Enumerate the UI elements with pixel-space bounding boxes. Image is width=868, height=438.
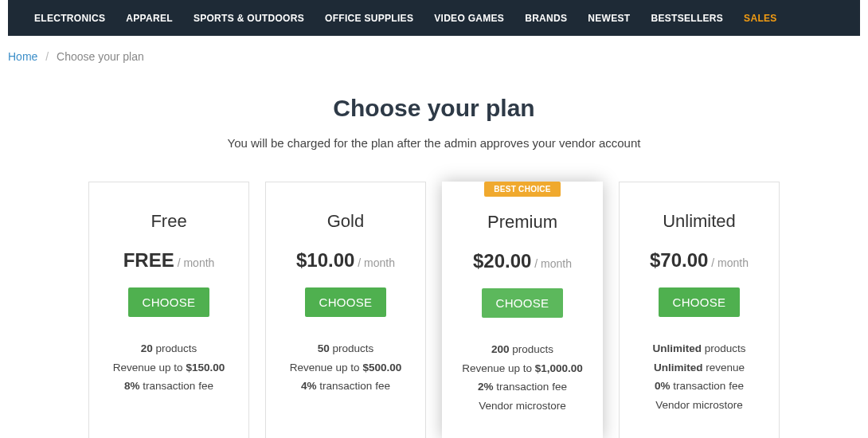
plan-features: 200 productsRevenue up to $1,000.002% tr…	[454, 340, 591, 416]
plan-period: / month	[358, 256, 395, 269]
feature-text: Revenue up to	[290, 362, 363, 373]
nav-item-sales[interactable]: SALES	[733, 13, 788, 24]
feature-text: products	[153, 342, 197, 354]
plan-feature-line: Vendor microstore	[454, 397, 591, 416]
plan-feature-line: Unlimited products	[631, 339, 767, 358]
choose-button[interactable]: CHOOSE	[128, 287, 210, 317]
plan-features: 20 productsRevenue up to $150.008% trans…	[101, 339, 237, 396]
feature-text: transaction fee	[317, 380, 390, 392]
plan-price-row: $70.00/ month	[631, 249, 767, 272]
plan-feature-line: 2% transaction fee	[454, 377, 591, 397]
feature-value: 4%	[301, 380, 317, 392]
breadcrumb-current: Choose your plan	[57, 50, 144, 63]
nav-item-office-supplies[interactable]: OFFICE SUPPLIES	[315, 13, 424, 24]
plans-container: FreeFREE/ monthCHOOSE20 productsRevenue …	[0, 182, 868, 438]
feature-text: Revenue up to	[113, 362, 186, 373]
feature-text: products	[330, 342, 374, 354]
feature-value: $500.00	[362, 362, 401, 373]
feature-text: products	[510, 343, 554, 355]
plan-price: $70.00	[650, 249, 708, 271]
plan-card-unlimited: Unlimited$70.00/ monthCHOOSEUnlimited pr…	[619, 182, 780, 438]
plan-feature-line: 4% transaction fee	[278, 377, 413, 396]
breadcrumb-separator: /	[45, 50, 49, 63]
nav-item-sports-outdoors[interactable]: SPORTS & OUTDOORS	[183, 13, 315, 24]
plan-feature-line: Revenue up to $150.00	[101, 358, 237, 377]
plan-name: Free	[101, 211, 237, 232]
plan-card-free: FreeFREE/ monthCHOOSE20 productsRevenue …	[88, 182, 249, 438]
nav-item-electronics[interactable]: ELECTRONICS	[24, 13, 115, 24]
plan-feature-line: 8% transaction fee	[101, 377, 237, 396]
feature-value: 20	[141, 342, 153, 354]
choose-button[interactable]: CHOOSE	[305, 287, 387, 317]
plan-card-gold: Gold$10.00/ monthCHOOSE50 productsRevenu…	[265, 182, 426, 438]
feature-value: Unlimited	[652, 342, 702, 354]
page-title: Choose your plan	[0, 95, 868, 122]
feature-value: 8%	[124, 380, 140, 392]
feature-value: 2%	[478, 381, 494, 393]
nav-item-video-games[interactable]: VIDEO GAMES	[424, 13, 514, 24]
feature-text: transaction fee	[671, 380, 744, 392]
plan-period: / month	[711, 256, 749, 269]
feature-text: transaction fee	[140, 380, 213, 392]
plan-feature-line: Unlimited revenue	[631, 358, 767, 377]
plan-card-premium: BEST CHOICEPremium$20.00/ monthCHOOSE200…	[442, 182, 603, 438]
plan-price: FREE	[123, 249, 174, 271]
plan-feature-line: 50 products	[278, 339, 413, 358]
plan-price: $10.00	[296, 249, 354, 271]
feature-value: 200	[491, 343, 510, 355]
plan-price-row: $20.00/ month	[454, 250, 591, 272]
feature-text: Revenue up to	[462, 362, 535, 374]
plan-period: / month	[178, 256, 215, 269]
breadcrumb-home[interactable]: Home	[8, 50, 37, 63]
plan-name: Gold	[278, 211, 413, 232]
nav-item-newest[interactable]: NEWEST	[577, 13, 640, 24]
best-choice-badge: BEST CHOICE	[484, 182, 561, 197]
nav-item-apparel[interactable]: APPAREL	[115, 13, 183, 24]
plan-price-row: FREE/ month	[101, 249, 237, 272]
choose-button[interactable]: CHOOSE	[482, 288, 564, 318]
feature-text: revenue	[702, 362, 745, 373]
feature-value: $150.00	[186, 362, 225, 373]
plan-price: $20.00	[473, 250, 531, 272]
plan-name: Unlimited	[631, 211, 767, 232]
plan-feature-line: Revenue up to $500.00	[278, 358, 413, 377]
feature-text: transaction fee	[494, 381, 567, 393]
plan-period: / month	[534, 257, 572, 270]
feature-value: $1,000.00	[535, 362, 583, 374]
plan-name: Premium	[454, 212, 591, 233]
plan-feature-line: 0% transaction fee	[631, 377, 767, 396]
nav-item-brands[interactable]: BRANDS	[514, 13, 577, 24]
main-nav: ELECTRONICSAPPARELSPORTS & OUTDOORSOFFIC…	[8, 0, 860, 36]
choose-button[interactable]: CHOOSE	[659, 287, 741, 317]
feature-value: 0%	[655, 380, 671, 392]
plan-features: 50 productsRevenue up to $500.004% trans…	[278, 339, 413, 396]
page-subtitle: You will be charged for the plan after t…	[0, 136, 868, 150]
plan-price-row: $10.00/ month	[278, 249, 413, 272]
breadcrumb: Home / Choose your plan	[0, 36, 868, 71]
plan-feature-line: Revenue up to $1,000.00	[454, 359, 591, 378]
plan-feature-line: 20 products	[101, 339, 237, 358]
feature-value: 50	[318, 342, 330, 354]
feature-value: Unlimited	[654, 362, 703, 373]
plan-features: Unlimited productsUnlimited revenue0% tr…	[631, 339, 767, 415]
feature-text: products	[702, 342, 746, 354]
plan-feature-line: 200 products	[454, 340, 591, 359]
plan-feature-line: Vendor microstore	[631, 396, 767, 415]
nav-item-bestsellers[interactable]: BESTSELLERS	[640, 13, 733, 24]
